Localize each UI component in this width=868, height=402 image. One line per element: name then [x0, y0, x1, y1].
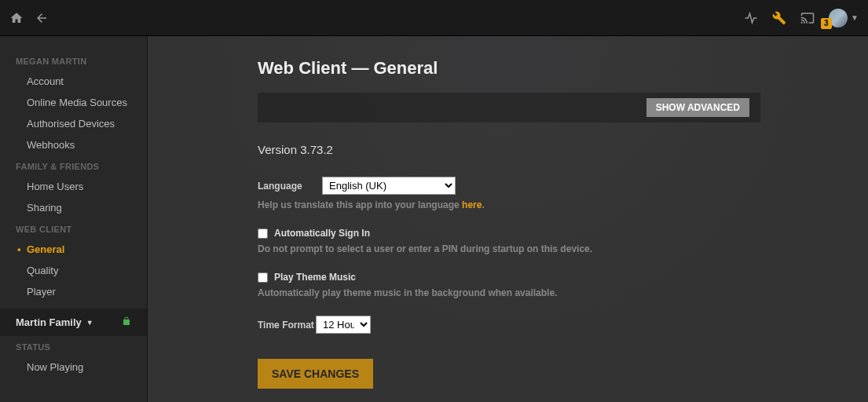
sidebar: MEGAN MARTIN Account Online Media Source…: [0, 36, 148, 402]
translate-link[interactable]: here: [462, 199, 482, 210]
topbar-left: [9, 11, 49, 25]
time-format-select[interactable]: 12 Hour: [316, 316, 371, 334]
sidebar-header-status: STATUS: [0, 336, 147, 356]
activity-icon[interactable]: [744, 11, 758, 25]
auto-signin-hint: Do not prompt to select a user or enter …: [258, 243, 760, 254]
lock-icon: [122, 316, 131, 328]
main-content: Web Client — General SHOW ADVANCED Versi…: [148, 36, 868, 402]
sidebar-item-online-media-sources[interactable]: Online Media Sources: [0, 92, 147, 113]
sidebar-header-webclient: WEB CLIENT: [0, 218, 147, 239]
sidebar-item-general[interactable]: General: [0, 239, 147, 260]
save-changes-button[interactable]: SAVE CHANGES: [258, 359, 373, 389]
theme-music-checkbox[interactable]: [258, 272, 268, 283]
language-select[interactable]: English (UK): [322, 177, 456, 195]
cast-icon[interactable]: [800, 11, 815, 25]
chevron-down-icon: ▼: [851, 13, 859, 22]
sidebar-item-quality[interactable]: Quality: [0, 260, 147, 281]
advanced-bar: SHOW ADVANCED: [258, 93, 760, 122]
sidebar-item-home-users[interactable]: Home Users: [0, 176, 147, 197]
back-icon[interactable]: [35, 11, 49, 25]
sidebar-item-now-playing[interactable]: Now Playing: [0, 356, 147, 378]
version-text: Version 3.73.2: [258, 143, 760, 156]
language-hint: Help us translate this app into your lan…: [258, 199, 760, 210]
server-selector[interactable]: Martin Family ▼: [0, 309, 147, 336]
page-title: Web Client — General: [258, 58, 760, 79]
sidebar-header-user: MEGAN MARTIN: [0, 50, 147, 71]
theme-music-hint: Automatically play theme music in the ba…: [258, 287, 760, 298]
topbar: 3 ▼: [0, 0, 868, 36]
auto-signin-checkbox[interactable]: [258, 228, 268, 239]
language-label: Language: [258, 181, 322, 192]
sidebar-item-sharing[interactable]: Sharing: [0, 197, 147, 218]
notification-badge: 3: [821, 18, 832, 29]
sidebar-header-family: FAMILY & FRIENDS: [0, 155, 147, 176]
auto-signin-label: Automatically Sign In: [274, 228, 370, 239]
home-icon[interactable]: [9, 11, 24, 25]
sidebar-item-player[interactable]: Player: [0, 281, 147, 302]
avatar: [829, 9, 848, 27]
show-advanced-button[interactable]: SHOW ADVANCED: [646, 98, 749, 117]
settings-tools-icon[interactable]: [772, 11, 786, 25]
chevron-down-icon: ▼: [86, 319, 93, 327]
topbar-right: 3 ▼: [744, 9, 859, 27]
sidebar-item-account[interactable]: Account: [0, 71, 147, 92]
server-name: Martin Family: [16, 316, 82, 328]
sidebar-item-webhooks[interactable]: Webhooks: [0, 134, 147, 155]
time-format-label: Time Format: [258, 320, 316, 331]
theme-music-label: Play Theme Music: [274, 272, 356, 283]
user-menu[interactable]: 3 ▼: [829, 9, 859, 27]
sidebar-item-authorised-devices[interactable]: Authorised Devices: [0, 113, 147, 134]
